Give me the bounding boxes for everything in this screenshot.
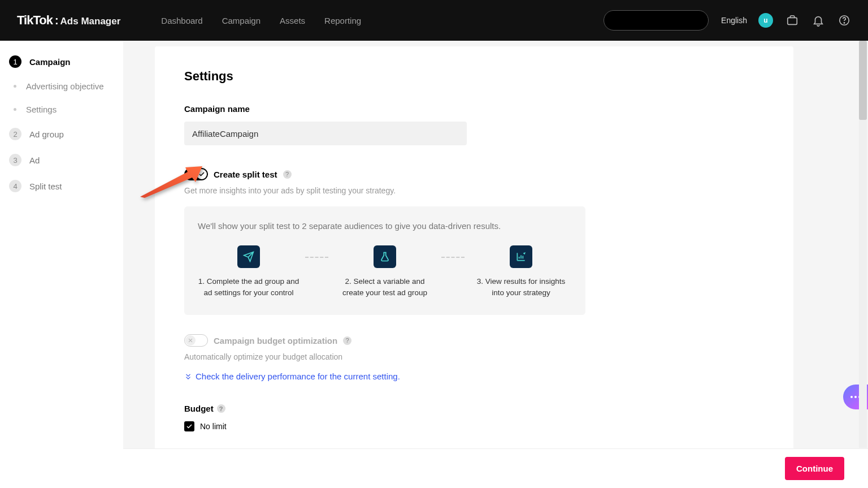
top-nav: TikTok: Ads Manager Dashboard Campaign A… bbox=[0, 0, 868, 41]
help-icon[interactable] bbox=[837, 14, 851, 27]
top-nav-menu: Dashboard Campaign Assets Reporting bbox=[161, 16, 361, 25]
link-text: Check the delivery performance for the c… bbox=[196, 372, 400, 381]
language-selector[interactable]: English bbox=[721, 16, 747, 25]
help-icon[interactable]: ? bbox=[217, 404, 225, 413]
split-test-toggle[interactable] bbox=[184, 168, 208, 180]
nav-campaign[interactable]: Campaign bbox=[222, 16, 261, 25]
delivery-performance-link[interactable]: Check the delivery performance for the c… bbox=[184, 372, 764, 381]
info-step-3: 3. View results for insights into your s… bbox=[470, 245, 572, 298]
split-test-desc: Get more insights into your ads by split… bbox=[184, 186, 764, 195]
substep-label: Settings bbox=[26, 105, 57, 114]
x-icon bbox=[185, 335, 196, 346]
step-number: 1 bbox=[9, 55, 21, 68]
split-test-info: We'll show your split test to 2 separate… bbox=[184, 206, 585, 315]
send-icon bbox=[237, 245, 260, 268]
continue-button[interactable]: Continue bbox=[785, 457, 844, 480]
campaign-name-label: Campaign name bbox=[184, 104, 764, 114]
info-step-caption: 3. View results for insights into your s… bbox=[470, 276, 572, 298]
info-step-caption: 1. Complete the ad group and ad settings… bbox=[198, 276, 300, 298]
brand: TikTok: Ads Manager bbox=[17, 13, 120, 28]
sidebar-step-campaign[interactable]: 1 Campaign bbox=[0, 49, 123, 75]
avatar[interactable]: u bbox=[758, 13, 773, 28]
nav-dashboard[interactable]: Dashboard bbox=[161, 16, 202, 25]
split-test-label: Create split test bbox=[214, 170, 277, 179]
svg-rect-0 bbox=[788, 18, 797, 24]
brand-product: Ads Manager bbox=[60, 16, 121, 27]
nav-reporting[interactable]: Reporting bbox=[324, 16, 361, 25]
sidebar-sub-settings[interactable]: Settings bbox=[0, 98, 123, 121]
info-step-caption: 2. Select a variable and create your tes… bbox=[334, 276, 436, 298]
no-limit-checkbox[interactable] bbox=[184, 421, 194, 431]
substep-label: Advertising objective bbox=[26, 81, 104, 91]
info-step-1: 1. Complete the ad group and ad settings… bbox=[198, 245, 300, 298]
sidebar-step-adgroup[interactable]: 2 Ad group bbox=[0, 121, 123, 147]
chevrons-down-icon bbox=[184, 373, 192, 381]
dashed-connector bbox=[441, 257, 465, 258]
flask-icon bbox=[374, 245, 396, 268]
step-label: Campaign bbox=[29, 57, 71, 67]
chart-icon bbox=[510, 245, 532, 268]
sidebar-step-ad[interactable]: 3 Ad bbox=[0, 147, 123, 173]
cbo-desc: Automatically optimize your budget alloc… bbox=[184, 352, 764, 361]
no-limit-label: No limit bbox=[200, 422, 227, 431]
step-number: 2 bbox=[9, 128, 21, 140]
page-title: Settings bbox=[184, 69, 764, 84]
info-lead: We'll show your split test to 2 separate… bbox=[198, 221, 572, 231]
help-icon[interactable]: ? bbox=[283, 170, 292, 179]
cbo-label: Campaign budget optimization bbox=[214, 336, 337, 346]
cbo-toggle[interactable] bbox=[184, 334, 208, 347]
svg-point-2 bbox=[844, 23, 844, 23]
check-icon bbox=[197, 169, 207, 179]
step-label: Ad group bbox=[29, 129, 64, 139]
help-icon[interactable]: ? bbox=[343, 336, 351, 345]
bell-icon[interactable] bbox=[811, 14, 825, 27]
settings-card: Settings Campaign name Create split test… bbox=[155, 46, 793, 488]
brand-name: TikTok bbox=[17, 13, 53, 28]
nav-assets[interactable]: Assets bbox=[280, 16, 305, 25]
search-input[interactable] bbox=[604, 10, 709, 31]
sidebar: 1 Campaign Advertising objective Setting… bbox=[0, 41, 123, 488]
step-label: Split test bbox=[29, 182, 62, 191]
step-number: 4 bbox=[9, 180, 21, 192]
info-step-2: 2. Select a variable and create your tes… bbox=[334, 245, 436, 298]
step-number: 3 bbox=[9, 154, 21, 166]
sidebar-step-splittest[interactable]: 4 Split test bbox=[0, 173, 123, 199]
budget-label: Budget ? bbox=[184, 404, 764, 413]
sidebar-sub-objective[interactable]: Advertising objective bbox=[0, 75, 123, 98]
step-label: Ad bbox=[29, 156, 40, 165]
footer-bar: Continue bbox=[123, 448, 868, 488]
campaign-name-input[interactable] bbox=[184, 122, 467, 145]
dashed-connector bbox=[305, 257, 328, 258]
main-canvas: Settings Campaign name Create split test… bbox=[123, 41, 868, 488]
scrollbar-thumb[interactable] bbox=[859, 41, 867, 120]
briefcase-icon[interactable] bbox=[785, 14, 799, 27]
